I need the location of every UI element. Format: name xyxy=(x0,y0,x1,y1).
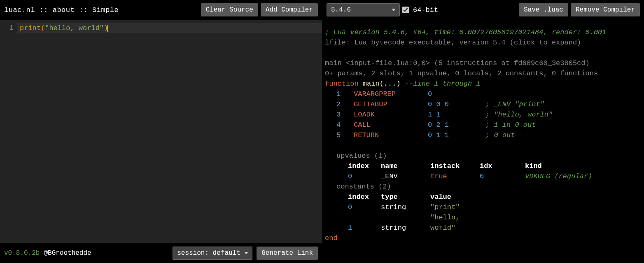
cell-value: "print" xyxy=(430,202,480,212)
instruction-row: 1VARARGPREP0 xyxy=(325,89,640,99)
cell-kind: VDKREG (regular) xyxy=(525,171,607,182)
version-select-wrap: 5.4.6 xyxy=(327,3,400,16)
cell-index: 0 xyxy=(348,171,381,182)
save-luac-button[interactable]: Save .luac xyxy=(519,3,568,16)
token-string: "hello, world" xyxy=(45,24,104,32)
col-index: index xyxy=(348,161,381,171)
breadcrumb[interactable]: luac.nl :: about :: Simple xyxy=(4,6,119,14)
instr-args: 0 0 0 xyxy=(428,99,485,109)
line-number: 1 xyxy=(0,23,13,33)
instr-lineno: 4 xyxy=(325,120,354,130)
instr-opcode: VARARGPREP xyxy=(354,89,428,99)
upvalues-table: indexnameinstackidxkind 0_ENVtrue0VDKREG… xyxy=(325,161,640,182)
token-identifier: print xyxy=(20,24,41,32)
table-row: 1string"hello, world" xyxy=(348,212,640,233)
instr-lineno: 3 xyxy=(325,109,354,120)
cell-index: 0 xyxy=(348,202,381,212)
cell-type: string xyxy=(381,223,430,233)
code-area[interactable]: print("hello, world") xyxy=(17,20,322,243)
table-header: indexnameinstackidxkind xyxy=(348,161,640,171)
instr-args: 0 xyxy=(428,89,485,99)
code-line[interactable]: print("hello, world") xyxy=(17,23,322,33)
text-cursor xyxy=(107,25,108,32)
function-args: (...) xyxy=(380,80,401,88)
clear-source-button[interactable]: Clear Source xyxy=(201,3,258,16)
instr-comment: ; 0 out xyxy=(485,131,515,139)
keyword-function: function xyxy=(325,80,359,88)
instruction-row: 2GETTABUP0 0 0; _ENV "print" xyxy=(325,99,640,109)
lfile-line[interactable]: lfile: Lua bytecode executable, version … xyxy=(325,37,640,48)
remove-compiler-button[interactable]: Remove Compiler xyxy=(571,3,640,16)
instr-opcode: CALL xyxy=(354,120,428,130)
instruction-list: 1VARARGPREP02GETTABUP0 0 0; _ENV "print"… xyxy=(325,89,640,140)
generate-link-button[interactable]: Generate Link xyxy=(257,247,318,260)
editor-gutter: 1 xyxy=(0,20,17,243)
table-header: indextypevalue xyxy=(348,192,640,202)
compiler-pane: 5.4.6 64-bit Save .luac Remove Compiler … xyxy=(322,0,644,263)
instr-lineno: 2 xyxy=(325,99,354,109)
instr-lineno: 1 xyxy=(325,89,354,99)
add-compiler-button[interactable]: Add Compiler xyxy=(261,3,318,16)
instr-args: 0 1 1 xyxy=(428,130,485,140)
table-row: 0_ENVtrue0VDKREG (regular) xyxy=(348,171,640,182)
bytecode-output[interactable]: ; Lua version 5.4.6, x64, time: 0.007276… xyxy=(322,20,644,263)
64bit-label: 64-bit xyxy=(413,6,438,14)
constants-table: indextypevalue 0string"print"1string"hel… xyxy=(325,192,640,233)
cell-instack: true xyxy=(430,171,480,182)
instr-args: 1 1 xyxy=(428,109,485,120)
instruction-row: 3LOADK1 1; "hello, world" xyxy=(325,109,640,120)
params-line: 0+ params, 2 slots, 1 upvalue, 0 locals,… xyxy=(325,68,640,79)
left-topbar: luac.nl :: about :: Simple Clear Source … xyxy=(0,0,322,20)
author-handle[interactable]: @BGroothedde xyxy=(44,249,91,257)
token-paren: ( xyxy=(41,24,45,32)
col-index: index xyxy=(348,192,381,202)
instr-lineno: 5 xyxy=(325,130,354,140)
instr-args: 0 2 1 xyxy=(428,120,485,130)
upvalues-header: upvalues (1) xyxy=(325,151,640,161)
function-signature: function main(...) --line 1 through 1 xyxy=(325,79,640,89)
64bit-checkbox[interactable] xyxy=(402,7,409,13)
col-instack: instack xyxy=(430,161,480,171)
constants-header: constants (2) xyxy=(325,182,640,192)
instr-opcode: LOADK xyxy=(354,109,428,120)
cell-idx: 0 xyxy=(480,171,525,182)
function-comment: --line 1 through 1 xyxy=(405,80,481,88)
instr-opcode: RETURN xyxy=(354,130,428,140)
function-name: main xyxy=(363,80,380,88)
col-kind: kind xyxy=(525,161,607,171)
left-bottombar: v0.8.0.2b @BGroothedde session: default … xyxy=(0,243,322,263)
session-select-wrap: session: default xyxy=(173,247,252,260)
cell-value: "hello, world" xyxy=(430,212,480,233)
cell-type: string xyxy=(381,202,430,212)
col-idx: idx xyxy=(480,161,525,171)
cell-name: _ENV xyxy=(381,171,430,182)
source-pane: luac.nl :: about :: Simple Clear Source … xyxy=(0,0,322,263)
instruction-row: 5RETURN0 1 1; 0 out xyxy=(325,130,640,140)
right-topbar: 5.4.6 64-bit Save .luac Remove Compiler xyxy=(322,0,644,20)
main-header: main <input-file.lua:0,0> (5 instruction… xyxy=(325,58,640,68)
col-type: type xyxy=(381,192,430,202)
instr-comment: ; 1 in 0 out xyxy=(485,121,536,129)
keyword-end: end xyxy=(325,233,640,243)
version-label: v0.8.0.2b xyxy=(4,249,40,257)
info-comment: ; Lua version 5.4.6, x64, time: 0.007276… xyxy=(325,27,640,37)
instr-opcode: GETTABUP xyxy=(354,99,428,109)
cell-index: 1 xyxy=(348,223,381,233)
code-editor[interactable]: 1 print("hello, world") xyxy=(0,20,322,243)
col-value: value xyxy=(430,192,480,202)
instr-comment: ; _ENV "print" xyxy=(485,100,544,108)
col-name: name xyxy=(381,161,430,171)
instr-comment: ; "hello, world" xyxy=(485,111,553,119)
table-row: 0string"print" xyxy=(348,202,640,212)
session-select[interactable]: session: default xyxy=(173,247,252,260)
lua-version-select[interactable]: 5.4.6 xyxy=(327,3,400,16)
instruction-row: 4CALL0 2 1; 1 in 0 out xyxy=(325,120,640,130)
